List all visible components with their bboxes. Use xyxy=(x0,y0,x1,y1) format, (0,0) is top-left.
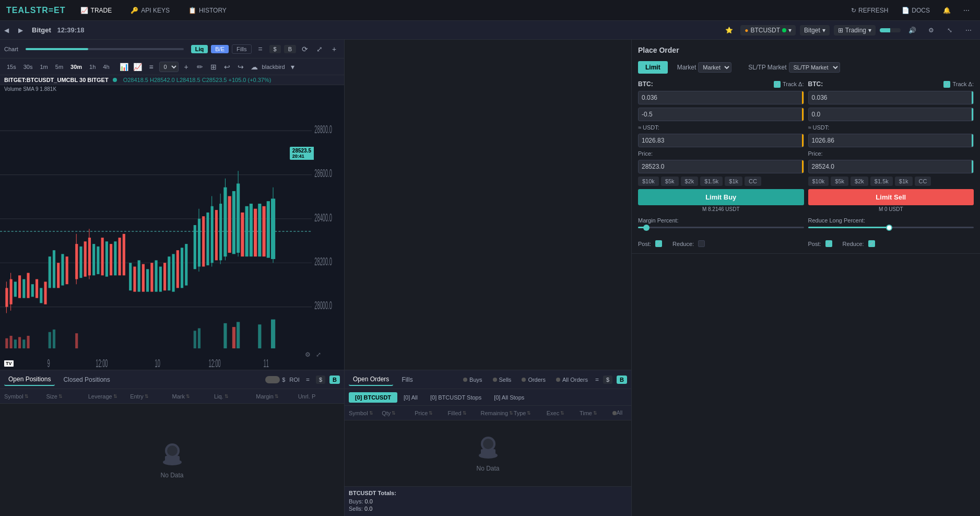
usdt-amount-field-buy[interactable] xyxy=(639,135,802,146)
quick-15k-sell[interactable]: $1.5k xyxy=(870,177,893,186)
track-checkbox-buy[interactable]: ✓ xyxy=(774,81,781,88)
limit-sell-button[interactable]: Limit Sell xyxy=(808,189,974,205)
back-button[interactable]: ◀ xyxy=(4,27,9,34)
nav-trade[interactable]: 📈 TRADE xyxy=(76,5,116,16)
volume-button[interactable]: 🔊 xyxy=(905,23,919,38)
expand-icon[interactable]: ⤢ xyxy=(314,43,325,55)
quick-10k-buy[interactable]: $10k xyxy=(638,177,659,186)
sort-icon[interactable]: ⇅ xyxy=(145,394,149,399)
sync-icon[interactable]: ⟳ xyxy=(299,43,311,55)
price-field-sell[interactable] xyxy=(809,161,972,172)
pos-value-field-sell[interactable] xyxy=(809,109,972,120)
tf-1h[interactable]: 1h xyxy=(87,63,98,71)
quick-15k-buy[interactable]: $1.5k xyxy=(700,177,723,186)
line-icon[interactable]: 📈 xyxy=(132,61,144,73)
tf-4h[interactable]: 4h xyxy=(100,63,112,71)
fills-button[interactable]: Fills xyxy=(232,44,252,54)
sl-tp-select[interactable]: SL/TP Market xyxy=(789,62,840,73)
nav-history[interactable]: 📋 HISTORY xyxy=(184,5,231,16)
bar-type-icon[interactable]: ≡ xyxy=(146,61,157,73)
mode-btn-2[interactable] xyxy=(890,28,901,32)
grid-icon[interactable]: ⊞ xyxy=(208,61,219,73)
tf-30m[interactable]: 30m xyxy=(68,63,85,71)
liq-button[interactable]: Liq xyxy=(191,45,208,53)
docs-button[interactable]: 📄 DOCS xyxy=(898,5,934,16)
sort-icon[interactable]: ⇅ xyxy=(463,411,467,416)
tf-30s[interactable]: 30s xyxy=(21,63,36,71)
price-field-buy[interactable] xyxy=(639,161,802,172)
sort-icon[interactable]: ⇅ xyxy=(113,394,117,399)
layout-button[interactable]: ⤡ xyxy=(942,23,957,38)
quick-5k-sell[interactable]: $5k xyxy=(831,177,848,186)
reduce-checkbox-buy[interactable] xyxy=(698,240,705,247)
track-delta-sell[interactable]: ✓ Track Δ: xyxy=(943,81,974,88)
btc-amount-field-buy[interactable] xyxy=(639,92,802,103)
post-checkbox-sell[interactable]: ✓ xyxy=(825,240,832,247)
neg-value-field-buy[interactable] xyxy=(639,109,802,120)
filter-btcusdt-stops[interactable]: [0] BTCUSDT Stops xyxy=(424,392,488,403)
sort-icon[interactable]: ⇅ xyxy=(369,411,373,416)
usdt-amount-field-sell[interactable] xyxy=(809,135,972,146)
market-select[interactable]: Market xyxy=(698,62,731,73)
post-checkbox-buy[interactable]: ✓ xyxy=(655,240,662,247)
reduce-checkbox-sell[interactable]: ✓ xyxy=(868,240,875,247)
sort-icon[interactable]: ⇅ xyxy=(225,394,229,399)
settings-button[interactable]: ⚙ xyxy=(924,23,938,38)
chart-expand-icon[interactable]: ⤢ xyxy=(316,351,321,358)
notifications-button[interactable]: 🔔 xyxy=(939,3,954,18)
filter-all-stops[interactable]: [0] All Stops xyxy=(488,392,530,403)
orders-filter-button[interactable]: Orders xyxy=(518,376,549,384)
pos-toggle-switch[interactable] xyxy=(265,376,280,383)
open-orders-tab[interactable]: Open Orders xyxy=(349,373,393,386)
sort-icon[interactable]: ⇅ xyxy=(186,394,190,399)
pos-b-button[interactable]: B xyxy=(329,376,340,384)
track-checkbox-sell[interactable]: ✓ xyxy=(943,81,950,88)
tf-15s[interactable]: 15s xyxy=(4,63,19,71)
sort-icon[interactable]: ⇅ xyxy=(25,394,29,399)
add-indicator-icon[interactable]: + xyxy=(181,61,192,73)
dollar-button[interactable]: $ xyxy=(269,45,281,53)
limit-tab[interactable]: Limit xyxy=(638,61,668,74)
fills-tab[interactable]: Fills xyxy=(397,374,417,385)
trading-mode-selector[interactable]: ⊞ Trading ▾ xyxy=(834,25,876,36)
sort-icon[interactable]: ⇅ xyxy=(58,394,63,399)
tf-1m[interactable]: 1m xyxy=(38,63,51,71)
filter-all[interactable]: [0] All xyxy=(397,392,424,403)
forward-button[interactable]: ▶ xyxy=(13,23,28,38)
sort-icon[interactable]: ⇅ xyxy=(527,411,531,416)
mode-btn-1[interactable] xyxy=(880,28,890,32)
orders-b-button[interactable]: B xyxy=(617,376,627,384)
market-tab[interactable]: Market Market xyxy=(670,60,739,75)
margin-slider-thumb[interactable] xyxy=(643,225,650,231)
plus-icon[interactable]: + xyxy=(328,43,340,55)
closed-positions-tab[interactable]: Closed Positions xyxy=(59,374,114,385)
sort-icon[interactable]: ⇅ xyxy=(275,394,279,399)
candle-type-icon[interactable]: 📊 xyxy=(119,61,130,73)
track-delta-buy[interactable]: ✓ Track Δ: xyxy=(774,81,804,88)
chart-settings-icon[interactable]: ⚙ xyxy=(305,351,311,358)
drawing-icon[interactable]: ✏ xyxy=(194,61,206,73)
quick-1k-buy[interactable]: $1k xyxy=(725,177,742,186)
quick-2k-sell[interactable]: $2k xyxy=(851,177,868,186)
more-options-button[interactable]: ⋯ xyxy=(959,3,974,18)
roi-button[interactable]: ROI xyxy=(289,377,300,383)
reduce-slider[interactable] xyxy=(808,224,974,232)
more-button[interactable]: ⋯ xyxy=(961,23,976,38)
sort-icon[interactable]: ⇅ xyxy=(392,411,396,416)
margin-slider[interactable] xyxy=(638,224,804,232)
nav-api-keys[interactable]: 🔑 API KEYS xyxy=(126,5,174,16)
sells-button[interactable]: Sells xyxy=(490,376,515,384)
quick-1k-sell[interactable]: $1k xyxy=(895,177,913,186)
chart-body[interactable]: 9 12:00 10 12:00 11 28800.0 28600.0 2840… xyxy=(0,93,344,370)
star-button[interactable]: ⭐ xyxy=(722,23,736,38)
be-button[interactable]: B/E xyxy=(211,45,229,53)
btcusdt-selector[interactable]: ● BTCUSDT ▾ xyxy=(740,25,796,36)
btc-amount-field-sell[interactable] xyxy=(809,92,972,103)
sort-icon[interactable]: ⇅ xyxy=(509,411,513,416)
exchange-selector[interactable]: Bitget ▾ xyxy=(800,25,830,36)
reduce-slider-thumb[interactable] xyxy=(886,225,892,231)
filter-btcusdt[interactable]: [0] BTCUSDT xyxy=(349,392,397,403)
pos-dollar-button[interactable]: $ xyxy=(316,376,325,384)
orders-dollar-button[interactable]: $ xyxy=(603,376,612,384)
quick-2k-buy[interactable]: $2k xyxy=(681,177,699,186)
